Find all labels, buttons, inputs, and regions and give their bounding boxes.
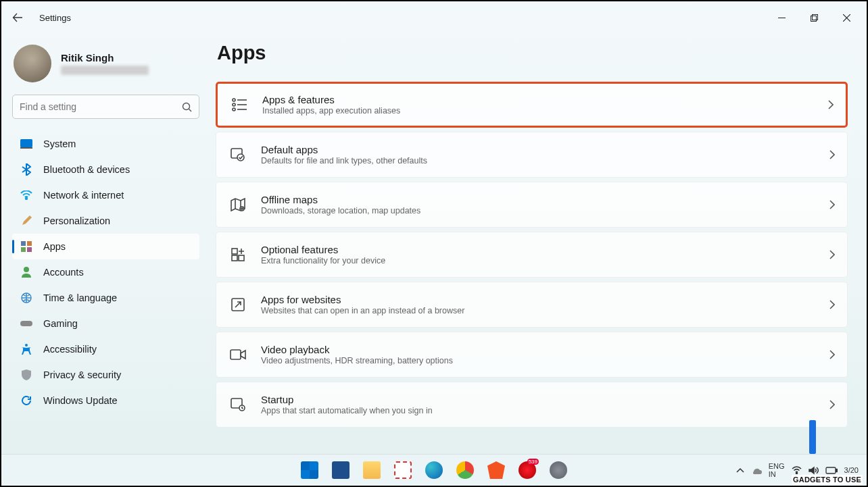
sidebar-item-bluetooth[interactable]: Bluetooth & devices — [12, 157, 199, 182]
card-video-playback[interactable]: Video playback Video adjustments, HDR st… — [216, 332, 848, 378]
svg-rect-28 — [232, 255, 237, 261]
sidebar-item-label: Windows Update — [43, 395, 118, 406]
sidebar-item-label: Bluetooth & devices — [43, 164, 130, 175]
chevron-right-icon — [829, 350, 835, 359]
sidebar-item-system[interactable]: System — [12, 131, 199, 157]
card-text: Apps & features Installed apps, app exec… — [262, 94, 828, 116]
brush-icon — [20, 215, 32, 227]
close-icon — [843, 14, 850, 22]
card-optional-features[interactable]: Optional features Extra functionality fo… — [216, 232, 848, 278]
chevron-right-icon — [829, 150, 835, 159]
tray-language[interactable]: ENG IN — [769, 462, 785, 478]
user-info: Ritik Singh — [61, 52, 149, 75]
card-sub: Downloads, storage location, map updates — [261, 206, 829, 215]
taskbar-app-edge[interactable] — [421, 457, 447, 483]
sidebar-item-privacy[interactable]: Privacy & security — [12, 362, 199, 388]
titlebar: Settings — [1, 1, 867, 34]
brave-icon — [487, 461, 505, 479]
sidebar: Ritik Singh System Bluetooth & devices N… — [1, 34, 208, 454]
svg-point-20 — [233, 103, 235, 106]
taskbar-app-chrome[interactable] — [452, 457, 478, 483]
sidebar-item-gaming[interactable]: Gaming — [12, 311, 199, 336]
svg-rect-2 — [812, 14, 817, 20]
gamepad-icon — [20, 317, 32, 330]
card-startup[interactable]: Startup Apps that start automatically wh… — [216, 382, 848, 428]
volume-tray-icon[interactable] — [809, 466, 819, 475]
person-icon — [20, 266, 32, 278]
svg-rect-29 — [239, 255, 244, 261]
svg-line-6 — [189, 109, 192, 111]
card-text: Video playback Video adjustments, HDR st… — [261, 344, 829, 365]
close-button[interactable] — [831, 7, 861, 28]
sidebar-item-label: Gaming — [43, 318, 78, 329]
edge-icon — [425, 461, 443, 479]
start-button[interactable] — [297, 457, 322, 483]
sidebar-item-label: Privacy & security — [43, 369, 121, 380]
card-text: Offline maps Downloads, storage location… — [261, 194, 829, 215]
sidebar-item-apps[interactable]: Apps — [12, 234, 199, 259]
sidebar-item-label: Personalization — [43, 215, 110, 226]
card-default-apps[interactable]: Default apps Defaults for file and link … — [216, 132, 848, 178]
nav-list: System Bluetooth & devices Network & int… — [12, 131, 199, 413]
chevron-right-icon — [829, 400, 835, 409]
taskbar-app-brave[interactable] — [483, 457, 509, 483]
globe-clock-icon — [20, 292, 32, 304]
wifi-tray-icon[interactable] — [792, 466, 802, 474]
svg-rect-11 — [27, 241, 32, 246]
sidebar-item-network[interactable]: Network & internet — [12, 182, 199, 208]
card-apps-features[interactable]: Apps & features Installed apps, app exec… — [216, 82, 848, 128]
card-offline-maps[interactable]: Offline maps Downloads, storage location… — [216, 182, 848, 228]
taskbar-app-settings[interactable] — [546, 457, 571, 483]
taskbar-app-opera[interactable]: 539 — [514, 457, 540, 483]
card-apps-for-websites[interactable]: Apps for websites Websites that can open… — [216, 282, 848, 328]
search-box[interactable] — [12, 95, 199, 119]
sidebar-item-accessibility[interactable]: Accessibility — [12, 336, 199, 362]
main-panel: Apps Apps & features Installed apps, app… — [208, 34, 867, 454]
chevron-right-icon — [828, 100, 834, 109]
avatar — [14, 45, 51, 82]
search-icon — [182, 102, 192, 112]
store-icon — [332, 461, 349, 479]
opera-icon: 539 — [519, 461, 536, 479]
tray-lang-2: IN — [769, 470, 785, 478]
tray-clock[interactable]: 3/20 — [844, 466, 859, 474]
taskbar-app-snip[interactable] — [390, 457, 416, 483]
onedrive-icon[interactable] — [751, 467, 762, 474]
taskbar-app-store[interactable] — [328, 457, 354, 483]
sidebar-item-windows-update[interactable]: Windows Update — [12, 388, 199, 413]
maximize-icon — [811, 14, 818, 22]
user-block[interactable]: Ritik Singh — [12, 42, 199, 95]
window-title: Settings — [39, 13, 71, 23]
battery-tray-icon[interactable] — [825, 467, 838, 474]
user-email-blurred — [61, 66, 149, 75]
scrollbar-thumb[interactable] — [809, 420, 816, 454]
card-title: Video playback — [261, 344, 829, 355]
taskbar-pinned: 539 — [297, 457, 571, 483]
svg-rect-36 — [836, 469, 837, 471]
taskbar-app-explorer[interactable] — [359, 457, 385, 483]
sidebar-item-accounts[interactable]: Accounts — [12, 259, 199, 285]
sidebar-item-time-language[interactable]: Time & language — [12, 285, 199, 311]
video-icon — [228, 345, 247, 364]
card-title: Optional features — [261, 244, 829, 255]
search-input[interactable] — [20, 101, 182, 112]
wifi-icon — [20, 189, 32, 201]
card-title: Default apps — [261, 144, 829, 155]
maximize-button[interactable] — [799, 7, 829, 28]
card-sub: Defaults for file and link types, other … — [261, 156, 829, 165]
chevron-right-icon — [829, 300, 835, 309]
chrome-icon — [456, 461, 474, 479]
sidebar-item-personalization[interactable]: Personalization — [12, 208, 199, 234]
svg-point-34 — [796, 473, 797, 474]
minimize-button[interactable] — [767, 7, 796, 28]
content-area: Ritik Singh System Bluetooth & devices N… — [1, 34, 867, 454]
back-button[interactable] — [7, 7, 28, 28]
windows-icon — [301, 461, 318, 479]
shield-icon — [20, 369, 32, 381]
svg-point-17 — [25, 344, 28, 347]
card-title: Apps & features — [262, 94, 828, 105]
chevron-up-icon[interactable] — [736, 467, 744, 473]
svg-rect-16 — [20, 321, 32, 326]
svg-rect-12 — [21, 247, 26, 252]
sidebar-item-label: Network & internet — [43, 190, 124, 201]
